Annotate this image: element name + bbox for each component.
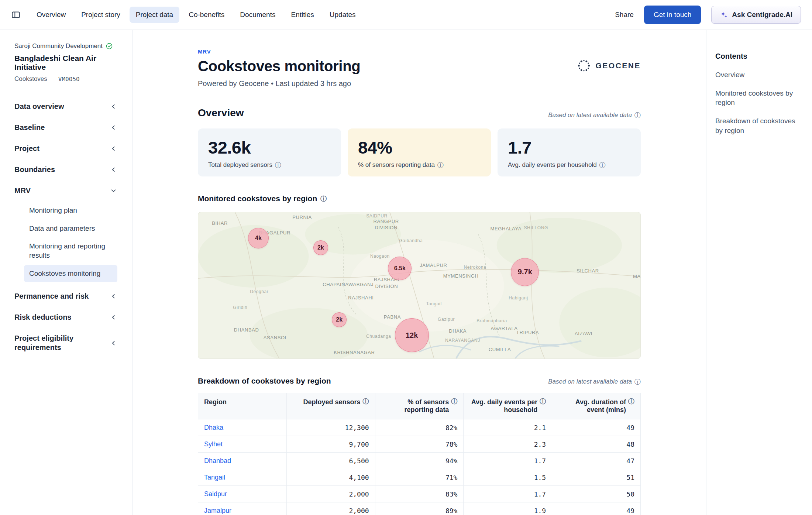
info-icon[interactable]: ⓘ: [599, 162, 606, 168]
cell-duration: 48: [552, 436, 641, 453]
nav-item-entities[interactable]: Entities: [285, 7, 320, 23]
sidebar-section-label: Project: [14, 144, 39, 153]
sidebar-section-mrv[interactable]: MRV: [14, 180, 117, 201]
stat-label: % of sensors reporting data: [358, 161, 435, 169]
region-link-dhaka[interactable]: Dhaka: [204, 424, 223, 431]
nav-item-project-data[interactable]: Project data: [130, 7, 179, 23]
region-breakdown-table: RegionDeployed sensorsⓘ% of sensors repo…: [198, 393, 641, 515]
contents-link-overview[interactable]: Overview: [715, 70, 802, 80]
map-bubble-marker[interactable]: 2k: [313, 240, 328, 255]
cell-deployed: 4,100: [286, 469, 375, 486]
sidebar-toggle-button[interactable]: [11, 10, 21, 20]
sidebar-section-label: Permanence and risk: [14, 292, 89, 301]
sidebar-section-label: MRV: [14, 186, 31, 195]
info-icon[interactable]: ⓘ: [634, 112, 641, 119]
info-icon[interactable]: ⓘ: [634, 379, 641, 385]
cell-duration: 47: [552, 453, 641, 469]
sidebar-item-cookstoves-monitoring[interactable]: Cookstoves monitoring: [24, 265, 117, 282]
contents-heading: Contents: [715, 52, 805, 61]
get-in-touch-button[interactable]: Get in touch: [644, 6, 701, 24]
nav-item-documents[interactable]: Documents: [234, 7, 282, 23]
nav-item-updates[interactable]: Updates: [323, 7, 362, 23]
sidebar-section-label: Data overview: [14, 102, 64, 111]
cell-duration: 51: [552, 469, 641, 486]
region-map[interactable]: BIHARPURNIASAIDPURRANGPUR DIVISIONMEGHAL…: [198, 212, 641, 359]
map-bubble-marker[interactable]: 2k: [332, 312, 347, 327]
region-link-jamalpur[interactable]: Jamalpur: [204, 507, 231, 514]
panel-icon: [11, 10, 21, 20]
cell-deployed: 12,300: [286, 419, 375, 436]
sidebar-item-data-and-parameters[interactable]: Data and parameters: [24, 220, 117, 237]
cell-reporting: 94%: [375, 453, 464, 469]
page-title: Cookstoves monitoring: [198, 58, 360, 75]
nav-item-co-benefits[interactable]: Co-benefits: [182, 7, 231, 23]
region-link-tangail[interactable]: Tangail: [204, 474, 225, 481]
cell-reporting: 83%: [375, 486, 464, 502]
sidebar-section-label: Project eligibility requirements: [14, 334, 110, 352]
ask-ai-button[interactable]: Ask Centigrade.AI: [711, 6, 801, 24]
geocene-logo-icon: [576, 58, 592, 73]
info-icon[interactable]: ⓘ: [320, 196, 327, 202]
map-section-heading: Monitored cookstoves by region ⓘ: [198, 194, 327, 203]
cell-events: 2.1: [464, 419, 552, 436]
nav-item-project-story[interactable]: Project story: [75, 7, 127, 23]
info-icon[interactable]: ⓘ: [451, 398, 457, 405]
map-bubble-marker[interactable]: 12k: [395, 318, 429, 352]
info-icon[interactable]: ⓘ: [628, 398, 634, 405]
info-icon[interactable]: ⓘ: [363, 398, 369, 405]
table-row: Saidpur2,00083%1.750: [198, 486, 641, 502]
based-on-note: Based on latest available data ⓘ: [548, 378, 641, 385]
chevron-left-icon: [110, 124, 117, 131]
chevron-left-icon: [110, 103, 117, 110]
contents-link-monitored-cookstoves-by-region[interactable]: Monitored cookstoves by region: [715, 89, 802, 107]
map-bubble-marker[interactable]: 9.7k: [511, 258, 539, 286]
table-row: Jamalpur2,00089%1.949: [198, 502, 641, 515]
map-bubble-marker[interactable]: 4k: [248, 228, 269, 248]
chevron-left-icon: [110, 292, 117, 300]
stat-card-total-deployed-sensors: 32.6kTotal deployed sensorsⓘ: [198, 128, 341, 176]
share-button[interactable]: Share: [615, 11, 634, 19]
powered-by-text: Powered by Geocene • Last updated 3 hrs …: [198, 79, 360, 88]
info-icon[interactable]: ⓘ: [540, 398, 546, 405]
sidebar-section-label: Baseline: [14, 123, 45, 132]
nav-item-overview[interactable]: Overview: [30, 7, 72, 23]
stat-value: 32.6k: [208, 137, 331, 158]
map-bubble-marker[interactable]: 6.5k: [388, 257, 412, 280]
overview-heading: Overview: [198, 107, 244, 119]
sidebar-section-project[interactable]: Project: [14, 138, 117, 159]
sidebar-section-permanence-and-risk[interactable]: Permanence and risk: [14, 286, 117, 307]
cell-events: 2.3: [464, 436, 552, 453]
table-section-heading: Breakdown of cookstoves by region: [198, 377, 331, 385]
cell-duration: 49: [552, 502, 641, 515]
sidebar-section-risk-deductions[interactable]: Risk deductions: [14, 307, 117, 328]
info-icon[interactable]: ⓘ: [275, 162, 281, 168]
sidebar-section-boundaries[interactable]: Boundaries: [14, 159, 117, 180]
stat-label: Avg. daily events per household: [508, 161, 597, 169]
chevron-left-icon: [110, 145, 117, 152]
cell-events: 1.9: [464, 502, 552, 515]
sidebar-item-monitoring-and-reporting-results[interactable]: Monitoring and reporting results: [24, 238, 117, 264]
org-name: Saroji Community Development: [14, 42, 103, 50]
region-link-saidpur[interactable]: Saidpur: [204, 490, 227, 498]
sidebar-item-monitoring-plan[interactable]: Monitoring plan: [24, 202, 117, 219]
contents-panel: Contents OverviewMonitored cookstoves by…: [706, 30, 812, 515]
tag-methodology: Cookstoves: [14, 75, 47, 83]
column-header-label: Deployed sensors: [303, 398, 361, 406]
tag-protocol: VM0050: [58, 76, 80, 83]
sidebar-section-project-eligibility-requirements[interactable]: Project eligibility requirements: [14, 328, 117, 358]
top-navigation: OverviewProject storyProject dataCo-bene…: [0, 0, 812, 30]
cell-events: 1.7: [464, 453, 552, 469]
geocene-logo: GEOCENE: [576, 58, 641, 73]
region-link-dhanbad[interactable]: Dhanbad: [204, 457, 231, 464]
column-header-label: % of sensors reporting data: [381, 398, 449, 414]
cell-deployed: 2,000: [286, 502, 375, 515]
column-header-region: Region: [198, 393, 287, 419]
region-link-sylhet[interactable]: Sylhet: [204, 440, 223, 448]
table-row: Dhanbad6,50094%1.747: [198, 453, 641, 469]
cell-reporting: 78%: [375, 436, 464, 453]
sidebar-section-baseline[interactable]: Baseline: [14, 117, 117, 138]
contents-link-breakdown-of-cookstoves-by-region[interactable]: Breakdown of cookstoves by region: [715, 116, 802, 135]
based-on-note: Based on latest available data ⓘ: [548, 111, 641, 119]
sidebar-section-data-overview[interactable]: Data overview: [14, 96, 117, 117]
info-icon[interactable]: ⓘ: [437, 162, 444, 168]
